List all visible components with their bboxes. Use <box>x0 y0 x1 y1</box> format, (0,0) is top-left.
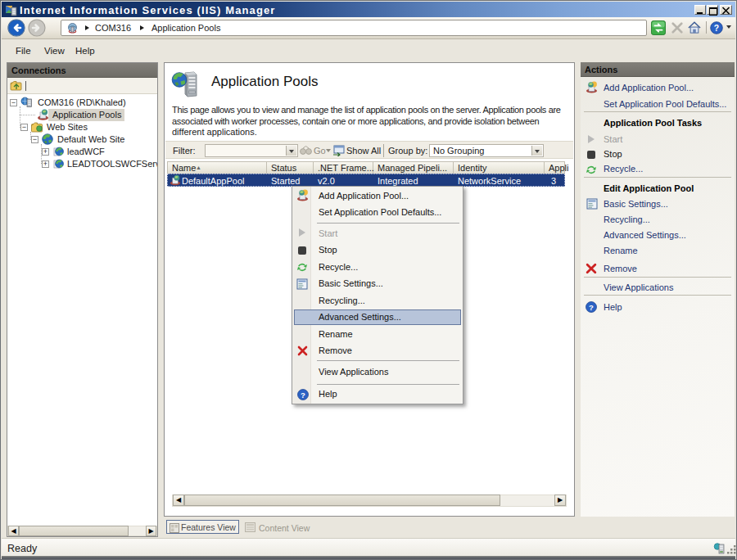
svg-text:?: ? <box>301 391 305 400</box>
svg-text:?: ? <box>714 24 719 33</box>
svg-text:?: ? <box>589 303 594 312</box>
